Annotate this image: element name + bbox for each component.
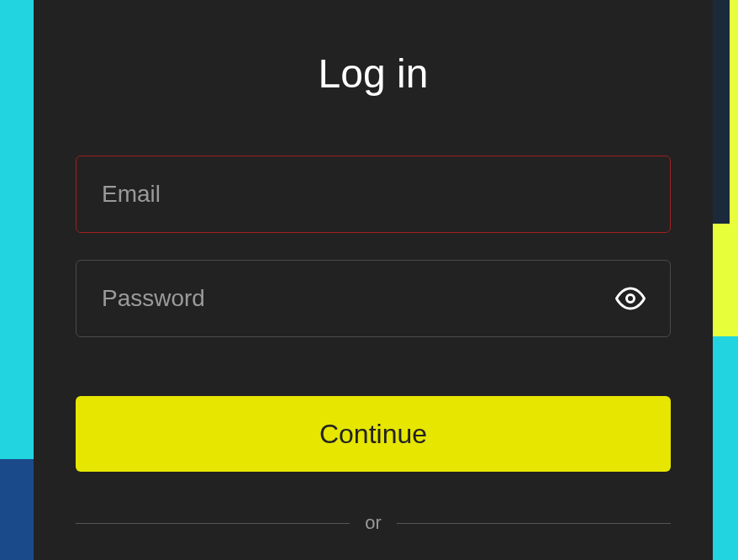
divider-line-right [397, 523, 671, 524]
background-accent-blue [0, 459, 38, 560]
svg-point-0 [627, 295, 635, 303]
divider-text: or [365, 512, 382, 534]
continue-button[interactable]: Continue [76, 396, 671, 472]
divider: or [76, 512, 671, 534]
divider-line-left [76, 523, 350, 524]
login-panel: Log in Continue or [34, 0, 713, 560]
password-field[interactable] [76, 260, 671, 337]
email-input-wrapper [76, 156, 671, 233]
page-title: Log in [76, 50, 671, 97]
email-field[interactable] [76, 156, 671, 233]
eye-icon[interactable] [615, 283, 646, 314]
password-input-wrapper [76, 260, 671, 337]
